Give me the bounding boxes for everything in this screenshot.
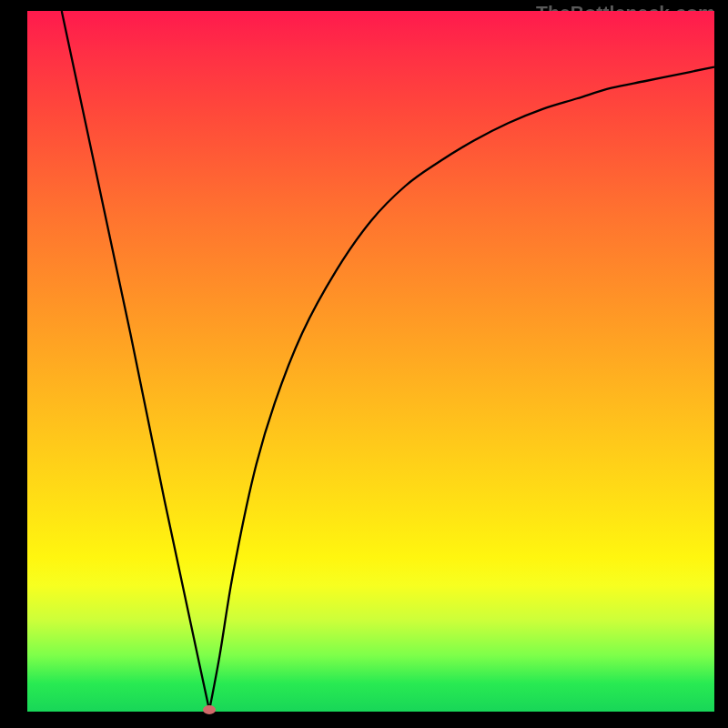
plot-area: [27, 11, 714, 712]
curve-vertex-marker: [203, 705, 216, 714]
curve-right-branch: [209, 67, 714, 711]
curve-left-branch: [62, 11, 209, 710]
chart-container: TheBottleneck.com: [0, 0, 728, 728]
bottleneck-curve: [27, 11, 714, 712]
